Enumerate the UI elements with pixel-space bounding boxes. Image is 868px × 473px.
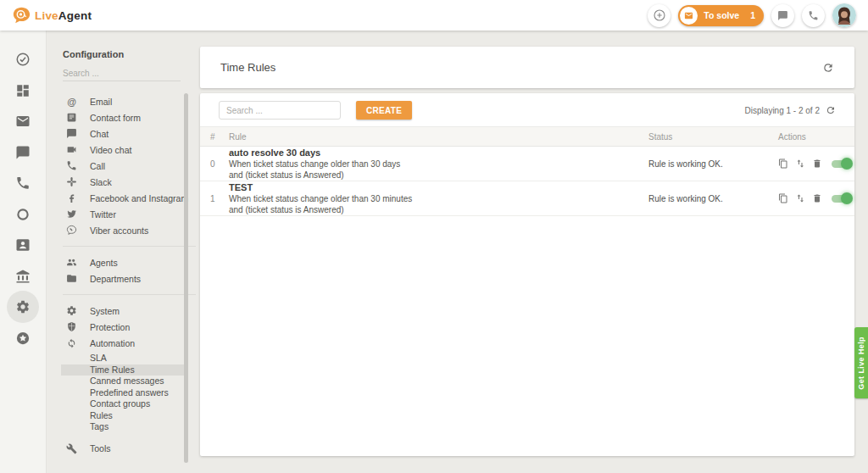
delete-rule-button[interactable] [812, 159, 822, 169]
sidebar-scrollbar[interactable] [184, 93, 188, 463]
rule-status: Rule is working OK. [648, 194, 778, 203]
video-chat-icon [66, 144, 77, 155]
rail-item-tickets[interactable] [7, 111, 39, 131]
sidebar-item-video-chat[interactable]: Video chat [47, 142, 196, 158]
sidebar-subitem-sla[interactable]: SLA [47, 353, 196, 364]
sidebar-item-label: Viber accounts [90, 225, 148, 236]
sidebar-subitem-tags[interactable]: Tags [47, 421, 196, 433]
sidebar-item-viber[interactable]: Viber accounts [47, 222, 196, 238]
icon-rail [0, 31, 47, 473]
sidebar-item-call[interactable]: Call [47, 158, 196, 174]
sidebar-item-facebook-instagram[interactable]: Facebook and Instagram [47, 190, 196, 206]
sidebar-subitem-time-rules[interactable]: Time Rules [61, 364, 188, 376]
rail-item-resolved[interactable] [7, 49, 39, 70]
table-toolbar: CREATE Displaying 1 - 2 of 2 [200, 93, 854, 126]
sidebar-subitem-rules[interactable]: Rules [47, 410, 196, 422]
rule-title: TEST [229, 181, 648, 193]
slack-icon [66, 176, 77, 187]
pagination-info: Displaying 1 - 2 of 2 [745, 105, 836, 115]
rule-actions [778, 193, 851, 203]
sidebar-item-label: Chat [90, 129, 108, 139]
sidebar-item-label: Contact form [90, 113, 141, 123]
to-solve-label: To solve [704, 10, 739, 20]
star-circle-icon [15, 331, 31, 346]
page-refresh-button[interactable] [822, 62, 834, 74]
time-rules-panel: CREATE Displaying 1 - 2 of 2 # Rule Stat… [200, 93, 854, 456]
top-bar: LiveAgent To solve 1 [0, 0, 868, 31]
rule-enabled-toggle[interactable] [832, 195, 851, 203]
sidebar-item-label: System [90, 306, 120, 316]
trash-icon [812, 159, 822, 169]
sidebar-item-chat[interactable]: Chat [47, 125, 196, 142]
rail-item-chats[interactable] [7, 142, 39, 163]
sidebar-item-contact-form[interactable]: Contact form [47, 109, 196, 125]
create-button[interactable]: CREATE [356, 101, 412, 120]
column-header-num: # [210, 132, 220, 142]
contact-form-icon [66, 112, 77, 123]
sidebar-item-tools[interactable]: Tools [47, 441, 196, 457]
reorder-rule-button[interactable] [795, 193, 805, 203]
rule-condition-line1: When ticket status change older than 30 … [229, 159, 648, 170]
user-avatar[interactable] [832, 3, 856, 27]
copy-rule-button[interactable] [778, 159, 788, 169]
sidebar-item-twitter[interactable]: Twitter [47, 206, 196, 222]
table-header-row: # Rule Status Actions [200, 126, 854, 147]
sidebar-subitem-contact-groups[interactable]: Contact groups [47, 398, 196, 410]
to-solve-count: 1 [745, 10, 755, 20]
to-solve-button[interactable]: To solve 1 [678, 5, 764, 26]
rule-enabled-toggle[interactable] [832, 160, 851, 168]
copy-icon [778, 193, 788, 203]
get-live-help-tab[interactable]: Get Live Help [854, 327, 868, 398]
sidebar-item-label: Tools [90, 443, 111, 454]
automation-subitems: SLA Time Rules Canned messages Predefine… [47, 353, 196, 433]
sidebar-item-label: Video chat [90, 145, 131, 155]
gear-icon [15, 299, 31, 314]
call-icon [66, 160, 77, 171]
rule-actions [778, 159, 851, 169]
sidebar-channels: @ Email Contact form Chat Video chat [47, 93, 196, 238]
rail-item-calls[interactable] [7, 173, 39, 193]
sidebar-item-slack[interactable]: Slack [47, 174, 196, 190]
sidebar-item-label: Automation [90, 338, 135, 348]
delete-rule-button[interactable] [812, 193, 822, 203]
calls-button[interactable] [802, 4, 825, 27]
sidebar-item-automation[interactable]: Automation [47, 335, 196, 351]
reorder-rule-button[interactable] [795, 159, 805, 169]
phone-icon [808, 10, 819, 21]
liveagent-logo[interactable]: LiveAgent [12, 6, 92, 25]
rail-item-contacts[interactable] [7, 235, 39, 255]
envelope-icon [684, 11, 693, 20]
sidebar-subitem-predefined-answers[interactable]: Predefined answers [47, 387, 196, 399]
chats-button[interactable] [771, 4, 794, 27]
rule-number: 0 [210, 159, 220, 169]
rule-condition-line2: and (ticket status is Answered) [229, 170, 648, 181]
add-new-button[interactable] [648, 4, 670, 27]
rail-item-dashboard[interactable] [7, 81, 39, 101]
list-refresh-button[interactable] [826, 105, 836, 115]
sidebar-item-system[interactable]: System [47, 303, 196, 319]
sidebar-item-protection[interactable]: Protection [47, 319, 196, 335]
page-title: Time Rules [220, 61, 275, 74]
sidebar-system: System Protection Automation [47, 303, 196, 351]
sidebar-item-email[interactable]: @ Email [47, 93, 196, 109]
rail-item-settings[interactable] [7, 291, 39, 323]
rail-item-billing[interactable] [7, 266, 39, 287]
rail-item-ring-groups[interactable] [7, 204, 39, 225]
wrench-icon [66, 443, 77, 454]
rail-item-gamification[interactable] [7, 328, 39, 348]
sidebar-item-label: Slack [90, 177, 112, 187]
top-actions: To solve 1 [648, 3, 856, 27]
liveagent-bubble-icon [12, 6, 31, 25]
sidebar-subitem-canned-messages[interactable]: Canned messages [47, 376, 196, 387]
copy-rule-button[interactable] [778, 193, 788, 203]
table-row[interactable]: 1 TEST When ticket status change older t… [200, 181, 854, 216]
rules-search-input[interactable] [219, 101, 341, 120]
table-row[interactable]: 0 auto resolve 30 days When ticket statu… [200, 147, 854, 181]
sidebar-search-input[interactable] [63, 66, 181, 81]
sidebar-item-agents[interactable]: Agents [47, 254, 196, 270]
sidebar-item-departments[interactable]: Departments [47, 270, 196, 287]
autorenew-icon [66, 337, 77, 348]
get-live-help-label: Get Live Help [857, 337, 865, 390]
mail-icon [15, 114, 31, 129]
phone-icon [15, 175, 31, 191]
